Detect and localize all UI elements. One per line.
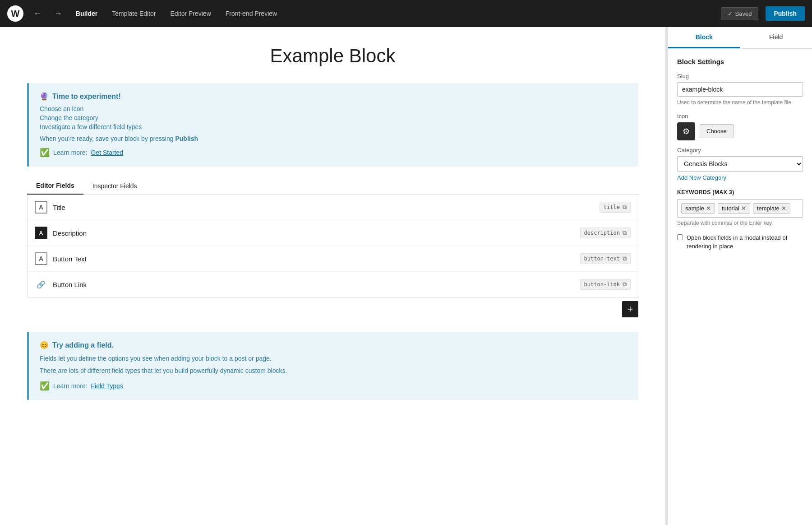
field-row-title: A Title title ⧉ — [28, 195, 638, 220]
field-icon-description: A — [35, 227, 47, 239]
experiment-notice: 🔮 Time to experiment! Choose an icon Cha… — [27, 83, 638, 167]
content-area: Example Block 🔮 Time to experiment! Choo… — [0, 27, 666, 525]
field-tabs: Editor Fields Inspector Fields — [27, 177, 638, 195]
modal-checkbox[interactable] — [677, 234, 683, 240]
field-label-title: Title — [53, 204, 594, 211]
keyword-template-text: template — [757, 205, 780, 212]
icon-preview: ⚙ — [677, 122, 695, 140]
field-slug-description: description ⧉ — [580, 228, 631, 238]
notice-item-1: Choose an icon — [40, 105, 627, 112]
field-slug-button-link: button-link ⧉ — [580, 279, 631, 290]
block-title: Example Block — [27, 45, 638, 67]
notice-items: Choose an icon Change the category Inves… — [40, 105, 627, 130]
add-new-category-link[interactable]: Add New Category — [677, 174, 803, 181]
icon-label: Icon — [677, 113, 803, 120]
keyword-tags: sample ✕ tutorial ✕ template ✕ — [677, 199, 803, 218]
bottom-notice-line-2: There are lots of different field types … — [40, 366, 627, 376]
add-field-row: + — [27, 297, 638, 321]
sidebar-tab-field[interactable]: Field — [740, 27, 812, 48]
field-row-description: A Description description ⧉ — [28, 220, 638, 246]
right-sidebar: Block Field Block Settings Slug Used to … — [668, 27, 812, 525]
check-icon: ✓ — [728, 10, 733, 17]
bottom-notice-title: 😊 Try adding a field. — [40, 341, 627, 349]
slug-input[interactable] — [677, 82, 803, 97]
sidebar-tab-block[interactable]: Block — [668, 27, 740, 48]
keyword-tutorial-remove[interactable]: ✕ — [741, 205, 746, 212]
add-field-notice: 😊 Try adding a field. Fields let you def… — [27, 332, 638, 400]
field-edit-icon-button-text[interactable]: ⧉ — [623, 255, 627, 262]
experiment-icon: 🔮 — [40, 92, 49, 101]
tab-frontend-preview[interactable]: Front-end Preview — [222, 8, 281, 19]
field-label-description: Description — [53, 229, 575, 237]
tab-editor-fields[interactable]: Editor Fields — [27, 177, 83, 195]
check-circle-icon: ✅ — [40, 148, 50, 158]
top-navigation: W ← → Builder Template Editor Editor Pre… — [0, 0, 812, 27]
keyword-sample-remove[interactable]: ✕ — [706, 205, 711, 212]
category-select[interactable]: Genesis Blocks Common Blocks Formatting … — [677, 156, 803, 172]
notice-learn-more: ✅ Learn more: Get Started — [40, 148, 627, 158]
smile-icon: 😊 — [40, 341, 49, 349]
field-types-link[interactable]: Field Types — [91, 382, 123, 390]
tab-inspector-fields[interactable]: Inspector Fields — [83, 177, 146, 194]
field-row-button-text: A— Button Text button-text ⧉ — [28, 246, 638, 272]
get-started-link[interactable]: Get Started — [91, 149, 123, 156]
forward-button[interactable]: → — [51, 7, 65, 20]
publish-button[interactable]: Publish — [766, 6, 805, 21]
field-edit-icon-description[interactable]: ⧉ — [623, 229, 627, 237]
field-icon-title: A — [35, 201, 47, 214]
field-label-button-text: Button Text — [53, 255, 575, 263]
main-layout: Example Block 🔮 Time to experiment! Choo… — [0, 27, 812, 525]
modal-checkbox-label: Open block fields in a modal instead of … — [687, 233, 803, 251]
keywords-title: KEYWORDS (MAX 3) — [677, 189, 803, 195]
category-label: Category — [677, 147, 803, 153]
add-field-button[interactable]: + — [622, 301, 638, 317]
keyword-sample: sample ✕ — [681, 203, 715, 214]
wordpress-logo: W — [7, 5, 23, 22]
field-edit-icon-title[interactable]: ⧉ — [623, 204, 627, 211]
field-icon-button-text: A— — [35, 252, 47, 265]
bottom-check-circle-icon: ✅ — [40, 381, 50, 391]
block-settings-title: Block Settings — [677, 58, 803, 65]
bottom-notice-learn-more: ✅ Learn more: Field Types — [40, 381, 627, 391]
modal-checkbox-row: Open block fields in a modal instead of … — [677, 233, 803, 251]
fields-container: A Title title ⧉ A Description descriptio… — [27, 195, 638, 297]
notice-title: 🔮 Time to experiment! — [40, 92, 627, 101]
field-row-button-link: 🔗 Button Link button-link ⧉ — [28, 272, 638, 297]
field-label-button-link: Button Link — [53, 281, 575, 288]
tab-builder[interactable]: Builder — [72, 8, 101, 19]
keyword-template-remove[interactable]: ✕ — [781, 205, 786, 212]
bottom-notice-line-1: Fields let you define the options you se… — [40, 354, 627, 363]
slug-helper: Used to determine the name of the templa… — [677, 99, 803, 107]
bottom-learn-label: Learn more: — [53, 382, 87, 390]
field-icon-button-link: 🔗 — [35, 278, 47, 291]
saved-badge: ✓ Saved — [721, 7, 759, 20]
notice-item-2: Change the category — [40, 114, 627, 121]
publish-emphasis: Publish — [175, 135, 198, 142]
notice-cta-text: When you're ready, save your block by pr… — [40, 135, 627, 142]
sidebar-content: Block Settings Slug Used to determine th… — [668, 49, 812, 260]
choose-icon-button[interactable]: Choose — [700, 124, 734, 138]
keyword-sample-text: sample — [685, 205, 704, 212]
keyword-template: template ✕ — [753, 203, 790, 214]
icon-picker: ⚙ Choose — [677, 122, 803, 140]
tab-editor-preview[interactable]: Editor Preview — [167, 8, 215, 19]
notice-item-3: Investigate a few different field types — [40, 123, 627, 130]
keyword-tutorial: tutorial ✕ — [718, 203, 750, 214]
icon-glyph: ⚙ — [683, 126, 690, 136]
field-slug-title: title ⧉ — [600, 202, 631, 213]
saved-label: Saved — [735, 10, 752, 17]
tab-template-editor[interactable]: Template Editor — [108, 8, 159, 19]
keyword-tutorial-text: tutorial — [722, 205, 739, 212]
keywords-helper: Separate with commas or the Enter key. — [677, 220, 803, 226]
sidebar-tabs: Block Field — [668, 27, 812, 49]
learn-label: Learn more: — [53, 149, 87, 156]
field-edit-icon-button-link[interactable]: ⧉ — [623, 281, 627, 288]
field-slug-button-text: button-text ⧉ — [580, 253, 631, 264]
back-button[interactable]: ← — [31, 7, 44, 20]
slug-label: Slug — [677, 73, 803, 79]
